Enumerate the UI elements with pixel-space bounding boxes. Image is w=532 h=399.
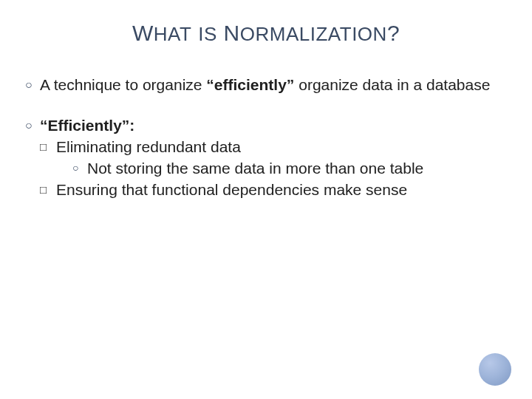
bullet-item: ○ A technique to organize “efficiently” … bbox=[25, 75, 507, 95]
slide-title: WHAT IS NORMALIZATION? bbox=[0, 0, 532, 46]
sub-bullet: □ Eliminating redundant data ○ Not stori… bbox=[40, 137, 507, 179]
text-run-bold: “efficiently” bbox=[206, 76, 294, 93]
sub-bullet: □ Ensuring that functional dependencies … bbox=[40, 180, 507, 200]
title-sp1 bbox=[191, 21, 198, 45]
bullet-item: ○ “Efficiently”: □ Eliminating redundant… bbox=[25, 116, 507, 200]
bullet-text: “Efficiently”: □ Eliminating redundant d… bbox=[40, 116, 507, 200]
title-ormalization: ORMALIZATION bbox=[240, 23, 387, 45]
text-run: organize data in a database bbox=[294, 76, 490, 93]
text-run: A technique to organize bbox=[40, 76, 206, 93]
sub-sub-bullet: ○ Not storing the same data in more than… bbox=[56, 159, 507, 179]
donut-icon: ○ bbox=[72, 159, 87, 179]
donut-icon: ○ bbox=[25, 75, 40, 95]
slide: WHAT IS NORMALIZATION? ○ A technique to … bbox=[0, 0, 532, 399]
sub-sub-bullet-text: Not storing the same data in more than o… bbox=[87, 159, 507, 179]
title-sp2 bbox=[217, 21, 224, 45]
text-run: Eliminating redundant data bbox=[56, 138, 241, 155]
sub-bullet-text: Ensuring that functional dependencies ma… bbox=[56, 180, 507, 200]
title-hat: HAT bbox=[154, 23, 192, 45]
donut-icon: ○ bbox=[25, 116, 40, 200]
decorative-sphere bbox=[479, 353, 511, 386]
sub-bullet-text: Eliminating redundant data ○ Not storing… bbox=[56, 137, 507, 179]
square-icon: □ bbox=[40, 137, 56, 179]
bullet-text: A technique to organize “efficiently” or… bbox=[40, 75, 507, 95]
square-icon: □ bbox=[40, 180, 56, 200]
text-run-bold: “Efficiently”: bbox=[40, 117, 134, 134]
title-is: IS bbox=[198, 23, 217, 45]
slide-content: ○ A technique to organize “efficiently” … bbox=[0, 46, 532, 200]
title-q: ? bbox=[387, 21, 400, 45]
title-N: N bbox=[224, 21, 240, 45]
title-W: W bbox=[132, 21, 154, 45]
